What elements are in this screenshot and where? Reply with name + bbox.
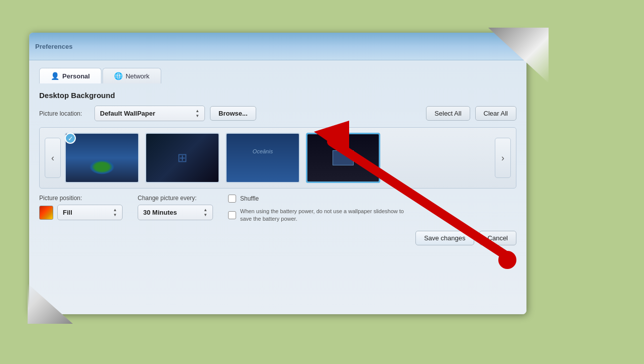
- tab-personal-label: Personal: [62, 72, 90, 80]
- wallpaper-thumb-4: [307, 134, 379, 181]
- wallpaper-thumb-2: [146, 134, 219, 182]
- picture-location-row: Picture location: Default WallPaper ▲ ▼ …: [39, 106, 516, 121]
- browse-button[interactable]: Browse...: [210, 106, 256, 121]
- wallpaper-grid: ✓: [65, 133, 491, 183]
- wallpaper-item[interactable]: [226, 133, 300, 183]
- picture-location-label: Picture location:: [39, 110, 89, 117]
- personal-icon: 👤: [51, 72, 59, 80]
- clear-all-button[interactable]: Clear All: [475, 106, 516, 121]
- shuffle-checkbox[interactable]: [228, 195, 236, 203]
- position-section: Picture position: Fill ▲ ▼: [39, 195, 123, 220]
- minutes-arrows: ▲ ▼: [203, 208, 207, 217]
- shuffle-row: Shuffle: [228, 195, 411, 203]
- battery-note: When using the battery power, do not use…: [240, 208, 411, 223]
- wallpaper-thumb-3: [227, 134, 299, 182]
- section-title: Desktop Background: [39, 91, 516, 100]
- picture-location-value: Default WallPaper: [100, 110, 155, 117]
- tabs-container: 👤 Personal 🌐 Network: [39, 68, 516, 83]
- battery-checkbox[interactable]: [228, 211, 236, 219]
- picture-position-label: Picture position:: [39, 195, 123, 202]
- wallpaper-item[interactable]: ✓: [65, 133, 139, 183]
- next-arrow-icon: ›: [501, 153, 504, 163]
- bottom-options: Picture position: Fill ▲ ▼: [39, 195, 516, 223]
- cancel-button[interactable]: Cancel: [479, 231, 516, 245]
- action-buttons-row: Save changes Cancel: [39, 231, 516, 245]
- tab-network[interactable]: 🌐 Network: [102, 68, 161, 83]
- wallpaper-thumb-1: [66, 134, 138, 182]
- minutes-select[interactable]: 30 Minutes ▲ ▼: [138, 205, 213, 220]
- checkmark-badge: ✓: [65, 133, 76, 144]
- shuffle-label: Shuffle: [240, 195, 259, 202]
- wallpaper-item-selected[interactable]: [306, 133, 380, 183]
- picture-location-select[interactable]: Default WallPaper ▲ ▼: [94, 106, 205, 121]
- fill-select[interactable]: Fill ▲ ▼: [57, 205, 123, 220]
- page-background: Preferences 👤 Personal 🌐 Network Desktop…: [0, 0, 644, 364]
- position-select-row: Fill ▲ ▼: [39, 205, 123, 220]
- dialog-window: Preferences 👤 Personal 🌐 Network Desktop…: [29, 33, 526, 314]
- tab-personal[interactable]: 👤 Personal: [39, 68, 101, 83]
- select-arrows: ▲ ▼: [195, 109, 199, 118]
- shuffle-battery-section: Shuffle When using the battery power, do…: [228, 195, 411, 223]
- prev-arrow-icon: ‹: [51, 153, 54, 163]
- color-swatch[interactable]: [39, 206, 53, 220]
- change-picture-label: Change picture every:: [138, 195, 213, 202]
- wallpaper-item[interactable]: [145, 133, 220, 183]
- network-icon: 🌐: [114, 72, 123, 80]
- tab-network-label: Network: [126, 72, 150, 80]
- fill-arrows: ▲ ▼: [113, 208, 117, 217]
- change-picture-section: Change picture every: 30 Minutes ▲ ▼: [138, 195, 213, 220]
- dialog-content: 👤 Personal 🌐 Network Desktop Background …: [29, 60, 526, 314]
- wallpaper-grid-container: ‹ ✓: [39, 127, 516, 189]
- select-all-button[interactable]: Select All: [426, 106, 470, 121]
- fill-value: Fill: [63, 209, 72, 216]
- next-arrow[interactable]: ›: [495, 138, 511, 178]
- battery-row: When using the battery power, do not use…: [228, 208, 411, 223]
- minutes-value: 30 Minutes: [143, 209, 177, 216]
- titlebar: Preferences: [29, 33, 526, 60]
- titlebar-text: Preferences: [35, 43, 72, 50]
- save-changes-button[interactable]: Save changes: [415, 231, 474, 245]
- prev-arrow[interactable]: ‹: [45, 138, 61, 178]
